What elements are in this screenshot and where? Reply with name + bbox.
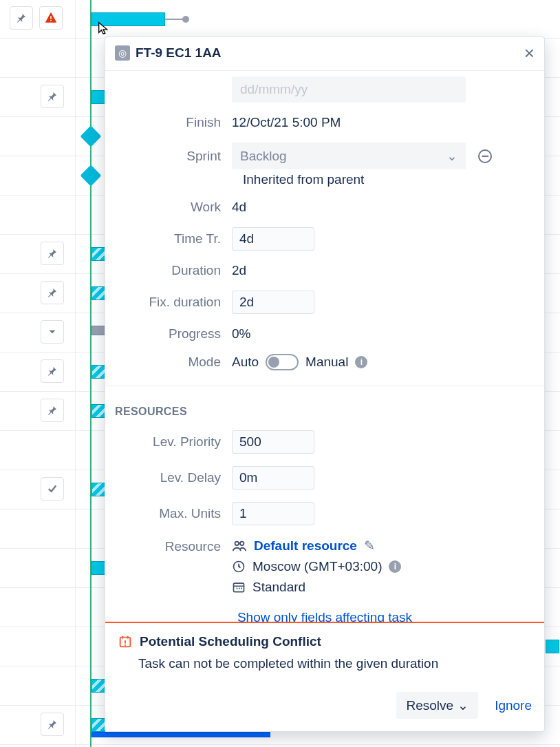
ignore-link[interactable]: Ignore [495, 698, 532, 713]
svg-rect-5 [125, 640, 126, 644]
resource-timezone: Moscow (GMT+03:00) [252, 559, 382, 574]
sprint-inherited-note: Inherited from parent [243, 172, 535, 187]
users-icon [232, 538, 247, 554]
chevron-down-icon: ⌄ [446, 148, 457, 164]
info-icon[interactable]: i [355, 356, 367, 368]
cursor-icon [96, 21, 111, 36]
levdelay-label: Lev. Delay [115, 470, 232, 485]
gantt-bar[interactable] [91, 247, 105, 261]
resources-section-header: RESOURCES [115, 406, 535, 418]
expand-button[interactable] [41, 320, 64, 344]
duration-value: 2d [232, 263, 535, 278]
mode-auto-label: Auto [232, 355, 259, 370]
date-placeholder-input[interactable]: dd/mmm/yy [232, 76, 466, 103]
sprint-label: Sprint [115, 149, 232, 164]
conflict-icon [118, 634, 133, 649]
edit-icon[interactable]: ✎ [364, 538, 375, 554]
clock-icon [232, 560, 246, 574]
gantt-bar[interactable] [91, 561, 105, 575]
maxunits-label: Max. Units [115, 506, 232, 521]
sprint-select[interactable]: Backlog ⌄ [232, 143, 466, 169]
work-label: Work [115, 200, 232, 215]
work-value: 4d [232, 200, 535, 215]
levdelay-input[interactable] [232, 466, 314, 490]
warning-icon[interactable] [39, 6, 63, 30]
duration-label: Duration [115, 263, 232, 278]
resource-link[interactable]: Default resource [254, 538, 357, 554]
resource-calendar: Standard [252, 580, 305, 595]
svg-rect-3 [234, 583, 244, 592]
pin-button[interactable] [41, 281, 64, 304]
resource-label: Resource [115, 538, 232, 554]
maxunits-input[interactable] [232, 502, 314, 525]
svg-rect-1 [50, 20, 52, 21]
milestone-diamond[interactable] [80, 125, 101, 147]
mode-manual-label: Manual [305, 355, 348, 370]
progress-value: 0% [232, 326, 535, 341]
pin-button[interactable] [41, 85, 64, 108]
gantt-connector [165, 19, 184, 20]
task-detail-panel: ◎ FT-9 EC1 1AA × dd/mmm/yy Finish 12/Oct… [105, 36, 545, 732]
close-button[interactable]: × [524, 44, 535, 62]
gantt-bar[interactable] [91, 483, 105, 496]
resolve-button[interactable]: Resolve ⌄ [396, 692, 478, 719]
check-button[interactable] [41, 477, 64, 501]
gantt-bar[interactable] [91, 404, 105, 418]
info-icon[interactable]: i [389, 560, 401, 573]
chevron-down-icon: ⌄ [457, 697, 469, 713]
gantt-bar[interactable] [91, 286, 105, 300]
conflict-title: Potential Scheduling Conflict [140, 634, 321, 649]
finish-value: 12/Oct/21 5:00 PM [232, 115, 535, 130]
levprio-label: Lev. Priority [115, 434, 232, 450]
mode-toggle[interactable] [266, 354, 299, 370]
timetr-label: Time Tr. [115, 231, 232, 246]
conflict-banner: Potential Scheduling Conflict Task can n… [105, 622, 544, 731]
pin-button[interactable] [41, 359, 64, 383]
timetr-input[interactable] [232, 227, 314, 251]
milestone-diamond[interactable] [80, 165, 101, 186]
gantt-endpoint [182, 16, 189, 23]
gantt-bar[interactable] [91, 679, 105, 693]
finish-label: Finish [115, 115, 232, 130]
pin-button[interactable] [41, 242, 64, 265]
gantt-bar[interactable] [546, 640, 559, 653]
conflict-message: Task can not be completed within the giv… [138, 656, 532, 671]
levprio-input[interactable] [232, 430, 314, 454]
svg-rect-0 [50, 17, 52, 19]
gantt-summary-bar[interactable] [91, 732, 270, 737]
gantt-bar[interactable] [91, 326, 105, 335]
calendar-icon [232, 580, 246, 594]
show-affecting-fields-link[interactable]: Show only fields affecting task [115, 610, 535, 622]
pin-button[interactable] [41, 713, 64, 736]
gantt-bar[interactable] [91, 90, 105, 104]
pin-button[interactable] [10, 6, 33, 30]
issue-title: FT-9 EC1 1AA [136, 45, 222, 61]
panel-body[interactable]: dd/mmm/yy Finish 12/Oct/21 5:00 PM Sprin… [105, 71, 544, 622]
issue-type-icon: ◎ [115, 45, 130, 61]
gantt-left-col [0, 0, 76, 747]
fixdur-input[interactable] [232, 291, 314, 314]
gantt-bar[interactable] [91, 718, 105, 732]
mode-label: Mode [115, 355, 232, 370]
fixdur-label: Fix. duration [115, 295, 232, 310]
gantt-bar[interactable] [91, 365, 105, 379]
remove-icon[interactable]: − [478, 149, 492, 163]
svg-rect-6 [125, 644, 126, 646]
panel-header: ◎ FT-9 EC1 1AA × [105, 37, 544, 71]
progress-label: Progress [115, 326, 232, 341]
pin-button[interactable] [41, 399, 64, 422]
